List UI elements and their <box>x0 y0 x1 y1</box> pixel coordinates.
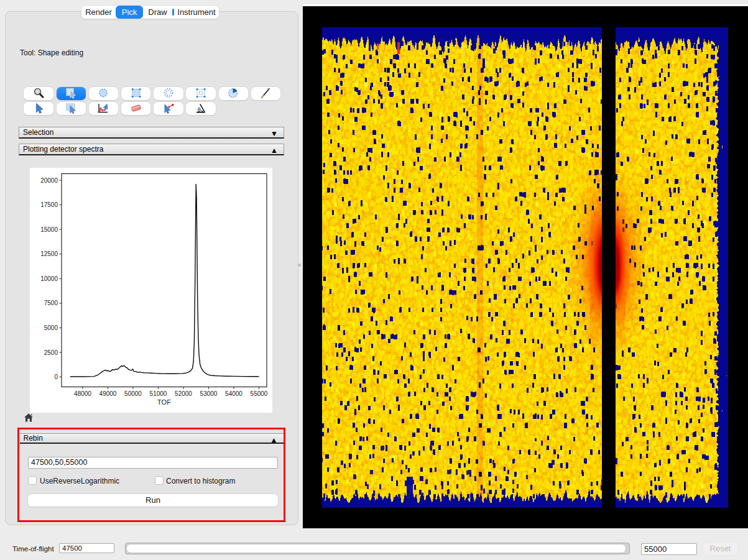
svg-text:10000: 10000 <box>40 275 58 282</box>
svg-text:2500: 2500 <box>44 349 58 356</box>
svg-text:17500: 17500 <box>40 201 58 208</box>
svg-text:15000: 15000 <box>40 226 58 233</box>
svg-text:53000: 53000 <box>200 390 218 397</box>
svg-text:54000: 54000 <box>225 390 242 397</box>
svg-text:52000: 52000 <box>175 390 192 397</box>
svg-text:7500: 7500 <box>44 300 58 306</box>
svg-text:5000: 5000 <box>44 324 58 331</box>
svg-text:12500: 12500 <box>40 250 58 257</box>
svg-text:55000: 55000 <box>251 390 268 397</box>
svg-text:θ: θ <box>198 107 201 113</box>
svg-text:20000: 20000 <box>40 177 58 184</box>
svg-text:48000: 48000 <box>74 390 91 397</box>
svg-text:51000: 51000 <box>150 390 167 397</box>
svg-text:50000: 50000 <box>124 390 142 397</box>
svg-text:49000: 49000 <box>99 390 117 397</box>
svg-text:TOF: TOF <box>157 398 171 406</box>
svg-text:0: 0 <box>54 374 58 380</box>
